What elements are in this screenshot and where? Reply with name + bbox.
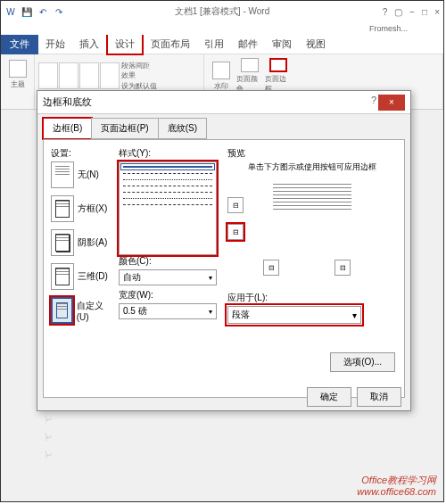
titlebar: W 💾 ↶ ↷ 文档1 [兼容模式] - Word ? ▢ − □ × [1, 1, 443, 22]
tab-mailings[interactable]: 邮件 [231, 35, 265, 54]
tab-design[interactable]: 设计 [106, 33, 144, 55]
setting-custom[interactable]: 自定义(U) [51, 297, 113, 324]
tab-view[interactable]: 视图 [299, 35, 333, 54]
dialog-tab-border[interactable]: 边框(B) [43, 118, 92, 139]
tab-layout[interactable]: 页面布局 [144, 35, 197, 54]
apply-to-combo[interactable]: 段落▾ [227, 306, 361, 324]
ribbon-collapse-icon[interactable]: ▢ [394, 7, 402, 17]
page-color-icon [241, 58, 259, 72]
dialog-title: 边框和底纹 [43, 95, 92, 109]
style-listbox[interactable] [119, 161, 217, 255]
tab-file[interactable]: 文件 [1, 35, 38, 54]
watermark-button[interactable]: 水印 [208, 58, 235, 94]
color-label: 颜色(C): [119, 255, 220, 268]
setting-shadow[interactable]: 阴影(A) [51, 229, 113, 256]
ribbon-tabs: 文件 开始 插入 设计 页面布局 引用 邮件 审阅 视图 [1, 35, 443, 54]
themes-button[interactable]: 主题 [4, 56, 31, 92]
settings-label: 设置: [51, 147, 113, 160]
style-label: 样式(Y): [119, 147, 220, 160]
tab-references[interactable]: 引用 [197, 35, 231, 54]
minimize-icon[interactable]: − [409, 7, 415, 17]
tab-review[interactable]: 审阅 [265, 35, 299, 54]
redo-icon[interactable]: ↷ [53, 5, 65, 18]
color-combo[interactable]: 自动▾ [119, 269, 217, 285]
preview-left-button[interactable]: ⊟ [263, 260, 279, 276]
setting-none[interactable]: 无(N) [51, 161, 113, 188]
borders-shading-dialog: 边框和底纹 ? × 边框(B) 页面边框(P) 底纹(S) 设置: 无(N) 方… [37, 90, 411, 411]
width-label: 宽度(W): [119, 289, 220, 302]
preview-top-button[interactable]: ⊟ [227, 197, 244, 213]
close-window-icon[interactable]: × [434, 7, 440, 17]
document-area[interactable]: ↵ ↵ ↵ [45, 416, 417, 469]
watermark-icon [212, 62, 230, 79]
preview-label: 预览 [227, 147, 397, 160]
preview-hint: 单击下方图示或使用按钮可应用边框 [227, 161, 397, 173]
doc-format-gallery[interactable] [38, 62, 120, 89]
dialog-tab-page-border[interactable]: 页面边框(P) [91, 118, 158, 139]
word-icon: W [4, 5, 17, 18]
window-title: 文档1 [兼容模式] - Word [175, 5, 270, 18]
help-icon[interactable]: ? [383, 7, 388, 17]
save-icon[interactable]: 💾 [21, 5, 33, 18]
preview-diagram[interactable] [268, 178, 357, 241]
undo-icon[interactable]: ↶ [37, 5, 49, 18]
width-combo[interactable]: 0.5 磅▾ [119, 303, 217, 319]
effects-button[interactable]: 效果 [121, 70, 157, 80]
user-label[interactable]: Fromesh... [369, 24, 408, 33]
preview-bottom-button[interactable]: ⊟ [227, 224, 244, 240]
watermark-text: Office教程学习网 www.office68.com [357, 475, 436, 498]
page-border-icon [269, 58, 287, 72]
tab-home[interactable]: 开始 [38, 35, 72, 54]
dialog-close-button[interactable]: × [378, 95, 405, 111]
page-border-button[interactable]: 页面边框 [265, 58, 292, 94]
options-button[interactable]: 选项(O)... [330, 352, 395, 372]
page-color-button[interactable]: 页面颜色 [236, 58, 263, 94]
setting-3d[interactable]: 三维(D) [51, 263, 113, 290]
para-spacing-button[interactable]: 段落间距 [121, 61, 157, 70]
ok-button[interactable]: 确定 [307, 387, 351, 407]
dialog-tab-shading[interactable]: 底纹(S) [158, 118, 207, 139]
themes-icon [9, 60, 27, 78]
cancel-button[interactable]: 取消 [357, 387, 401, 407]
preview-right-button[interactable]: ⊟ [334, 260, 351, 276]
setting-box[interactable]: 方框(X) [51, 195, 113, 222]
maximize-icon[interactable]: □ [422, 7, 427, 17]
tab-insert[interactable]: 插入 [72, 35, 106, 54]
dialog-help-icon[interactable]: ? [371, 95, 376, 111]
apply-label: 应用于(L): [227, 292, 397, 304]
